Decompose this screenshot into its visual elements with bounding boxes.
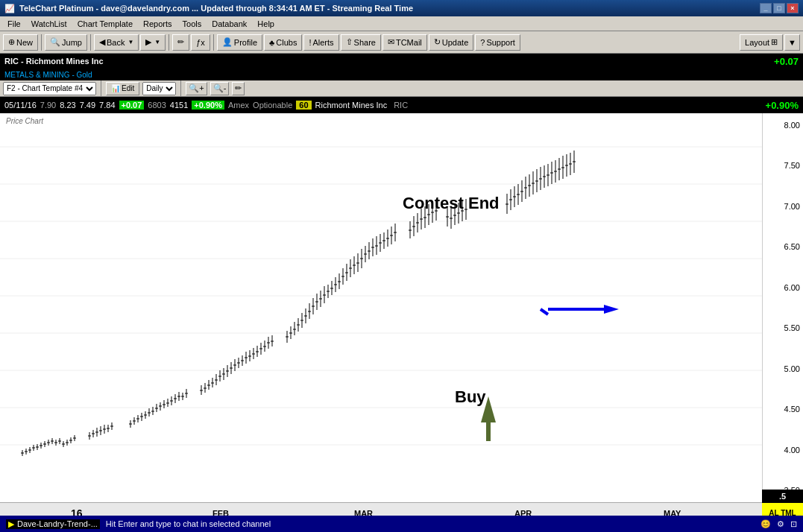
channel-icon: ▶: [8, 519, 14, 529]
update-button[interactable]: ↻ Update: [429, 34, 473, 51]
bar-chart-icon: 📊: [111, 84, 120, 92]
price-data-bar: 05/11/16 7.90 8.23 7.49 7.84 +0.07 6803 …: [0, 97, 803, 113]
menu-help[interactable]: Help: [253, 19, 279, 29]
menu-watchlist[interactable]: WatchList: [27, 19, 72, 29]
support-button[interactable]: ? Support: [475, 34, 520, 51]
back-arrow-icon: ◀: [99, 37, 105, 47]
back-button[interactable]: ◀ Back ▼: [94, 34, 139, 51]
menu-bar: File WatchList Chart Template Reports To…: [0, 16, 803, 31]
low-label: 7.49: [80, 101, 95, 110]
forward-arrow-icon: ▶: [145, 37, 151, 47]
sector-label: METALS & MINING - Gold: [4, 71, 92, 79]
close-button[interactable]: ×: [787, 3, 799, 13]
profile-icon: 👤: [222, 37, 233, 47]
separator-3: [169, 34, 169, 51]
sep2: [180, 80, 181, 97]
share-button[interactable]: ⇧ Share: [341, 34, 381, 51]
price-5.50: 5.50: [766, 323, 800, 332]
formula-icon: ƒx: [196, 38, 205, 47]
minimize-panel-button[interactable]: ▼: [784, 34, 800, 51]
price-4.50: 4.50: [766, 405, 800, 414]
status-bar: ▶ Dave-Landry-Trend-... Hit Enter and ty…: [0, 516, 803, 532]
chart-canvas[interactable]: Price Chart: [0, 113, 762, 502]
new-button[interactable]: ⊕ New: [3, 34, 38, 51]
open-label: 7.90: [40, 101, 56, 110]
zoom-out-button[interactable]: 🔍-: [210, 82, 230, 95]
tcmail-icon: ✉: [388, 37, 394, 47]
support-icon: ?: [480, 38, 485, 47]
contest-end-text: Contest End: [403, 194, 500, 213]
settings-icon[interactable]: ⚙: [777, 519, 784, 529]
tcmail-button[interactable]: ✉ TCMail: [382, 34, 427, 51]
chart-container: Price Chart: [0, 113, 803, 502]
stock-ticker-name: RIC - Richmont Mines Inc: [4, 57, 104, 66]
optionable-label: Optionable: [253, 101, 292, 110]
channel-name: Dave-Landry-Trend-...: [17, 519, 98, 528]
clubs-icon: ♣: [269, 38, 274, 47]
menu-tools[interactable]: Tools: [178, 19, 207, 29]
change-pct-label: +0.90%: [766, 100, 799, 111]
bottom-value-box: .5: [762, 490, 803, 503]
sep: [101, 80, 101, 97]
forward-dropdown-icon: ▼: [154, 39, 160, 45]
menu-chart-template[interactable]: Chart Template: [73, 19, 137, 29]
separator-2: [90, 34, 91, 51]
title-left: 📈 TeleChart Platinum - dave@davelandry.c…: [4, 4, 413, 13]
jump-button[interactable]: 🔍 Jump: [45, 34, 87, 51]
zoom-in-button[interactable]: 🔍+: [186, 82, 207, 95]
chart-template-select[interactable]: F2 - Chart Template #4: [3, 82, 96, 95]
chart-title: Price Chart: [6, 117, 43, 125]
price-6.50: 6.50: [766, 242, 800, 251]
ticker-label-2: Richmont Mines Inc: [315, 101, 388, 110]
menu-reports[interactable]: Reports: [139, 19, 177, 29]
share-icon: ⇧: [346, 37, 353, 47]
menu-databank[interactable]: Databank: [207, 19, 251, 29]
maximize-button[interactable]: □: [773, 3, 785, 13]
ticker-symbol-label: RIC: [394, 101, 408, 110]
chart-controls-bar: F2 - Chart Template #4 📊 Edit Daily 🔍+ 🔍…: [0, 80, 803, 97]
price-chart-svg: [0, 128, 762, 471]
separator-1: [41, 34, 42, 51]
status-hint: Hit Enter and type to chat in selected c…: [106, 519, 271, 528]
exchange-label: Amex: [228, 101, 249, 110]
forward-button[interactable]: ▶ ▼: [140, 34, 166, 51]
window-controls[interactable]: _ □ ×: [760, 3, 799, 13]
price-4.00: 4.00: [766, 446, 800, 455]
price-5.00: 5.00: [766, 364, 800, 373]
pencil-icon: ✏: [177, 37, 184, 47]
alerts-button[interactable]: ! Alerts: [303, 34, 338, 51]
price-6.00: 6.00: [766, 283, 800, 292]
layout-button[interactable]: Layout ⊞: [740, 34, 783, 51]
emoji-button[interactable]: 😊: [761, 519, 771, 529]
separator-4: [213, 34, 214, 51]
vol-pct-label: +0.90%: [192, 101, 224, 110]
contest-end-annotation: Contest End: [403, 194, 500, 213]
close-label: 7.84: [99, 101, 115, 110]
stock-name-bar: RIC - Richmont Mines Inc +0.07: [0, 54, 803, 69]
close-change-label: +0.07: [119, 101, 145, 110]
channel-indicator: ▶ Dave-Landry-Trend-...: [6, 519, 100, 529]
minimize-button[interactable]: _: [760, 3, 772, 13]
app-icon: 📈: [4, 4, 15, 13]
svg-marker-252: [604, 305, 619, 314]
buy-annotation: Buy: [455, 381, 486, 407]
jump-icon: 🔍: [50, 37, 60, 47]
chart-edit-button[interactable]: 📊 Edit: [106, 82, 139, 95]
price-7.50: 7.50: [766, 161, 800, 170]
profile-button[interactable]: 👤 Profile: [217, 34, 262, 51]
new-icon: ⊕: [8, 37, 15, 47]
menu-file[interactable]: File: [3, 19, 25, 29]
timeframe-select[interactable]: Daily: [142, 82, 176, 95]
rating-label: 60: [296, 101, 311, 110]
price-8.00: 8.00: [766, 121, 800, 130]
draw-tool-button[interactable]: ✏: [232, 82, 245, 95]
clubs-button[interactable]: ♣ Clubs: [264, 34, 302, 51]
sector-bar: METALS & MINING - Gold: [0, 69, 803, 80]
date-label: 05/11/16: [4, 101, 37, 110]
maximize-button-status[interactable]: ⊡: [790, 519, 797, 529]
formula-button[interactable]: ƒx: [191, 34, 210, 51]
buy-text: Buy: [455, 387, 486, 407]
back-dropdown-icon: ▼: [127, 39, 133, 45]
update-icon: ↻: [434, 37, 441, 47]
draw-button[interactable]: ✏: [172, 34, 189, 51]
